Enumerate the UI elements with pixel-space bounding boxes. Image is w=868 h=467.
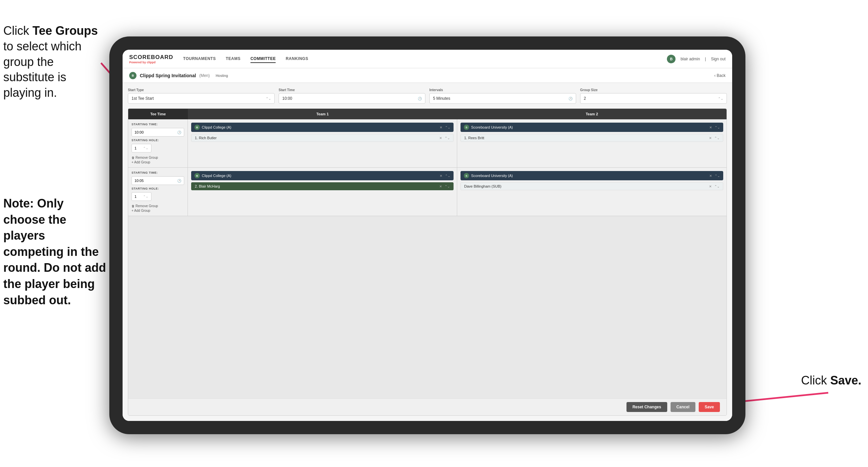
expand-icon[interactable]: ⌃⌄	[444, 136, 450, 140]
hosting-badge: Hosting	[216, 74, 228, 78]
group2-team2-actions: ✕ ⌃⌄	[709, 174, 720, 178]
logo-scoreboard: SCOREBOARD	[129, 54, 173, 61]
sub-header: B Clippd Spring Invitational (Men) Hosti…	[123, 68, 732, 83]
close-icon[interactable]: ✕	[709, 126, 712, 129]
group2-actions: 🗑 Remove Group + Add Group	[131, 204, 184, 212]
group1-team2-card[interactable]: S Scoreboard University (A) ✕ ⌃⌄	[461, 123, 723, 132]
intervals-label: Intervals	[429, 88, 576, 92]
close-icon[interactable]: ✕	[439, 136, 442, 140]
save-button[interactable]: Save	[699, 402, 720, 412]
group1-team2-name: Scoreboard University (A)	[471, 125, 513, 129]
group1-team1-left: B Clippd College (A)	[194, 125, 231, 130]
col-team1: Team 1	[188, 109, 457, 119]
expand-icon[interactable]: ⌃⌄	[444, 185, 450, 188]
main-content: Start Type 1st Tee Start ⌃⌄ Start Time 1…	[123, 83, 732, 421]
instruction-click-save: Click Save.	[801, 374, 861, 387]
close-icon[interactable]: ✕	[709, 174, 712, 178]
table-row: STARTING TIME: 10:05 🕐 STARTING HOLE: 1 …	[128, 168, 726, 216]
group1-hole-input[interactable]: 1 ⌃⌄	[131, 144, 151, 152]
close-icon[interactable]: ✕	[440, 126, 442, 129]
cancel-button[interactable]: Cancel	[671, 402, 695, 412]
group2-team1-player1[interactable]: 2. Blair McHarg ✕ ⌃⌄	[191, 182, 454, 190]
group1-team1-player1[interactable]: 1. Rich Butler ✕ ⌃⌄	[191, 134, 454, 142]
tournament-gender: (Men)	[199, 73, 210, 78]
sign-out-link[interactable]: Sign out	[711, 57, 725, 61]
admin-label: blair admin	[681, 57, 700, 61]
nav-committee[interactable]: COMMITTEE	[250, 55, 276, 63]
reset-changes-button[interactable]: Reset Changes	[626, 402, 667, 412]
group1-team2-actions: ✕ ⌃⌄	[709, 126, 720, 129]
group1-team2-cell: S Scoreboard University (A) ✕ ⌃⌄ 1. Rees…	[457, 119, 726, 167]
group2-team1-card[interactable]: B Clippd College (A) ✕ ⌃⌄	[191, 171, 454, 180]
trash-icon: 🗑	[131, 156, 134, 159]
start-time-group: Start Time 10:00 🕐	[279, 88, 425, 104]
starting-time-label: STARTING TIME:	[131, 123, 184, 126]
table-header: Tee Time Team 1 Team 2	[128, 109, 726, 119]
remove-group-button[interactable]: 🗑 Remove Group	[131, 156, 184, 159]
nav-items: TOURNAMENTS TEAMS COMMITTEE RANKINGS	[183, 55, 667, 63]
expand-icon[interactable]: ⌃⌄	[445, 174, 450, 178]
group1-time-input[interactable]: 10:00 🕐	[131, 128, 184, 137]
col-team2: Team 2	[457, 109, 726, 119]
expand-icon[interactable]: ⌃⌄	[714, 136, 720, 140]
starting-hole-label: STARTING HOLE:	[131, 139, 184, 142]
logo-area: SCOREBOARD Powered by clippd	[129, 54, 173, 64]
group2-hole-input[interactable]: 1 ⌃⌄	[131, 192, 151, 201]
tournament-name: Clippd Spring Invitational	[140, 73, 196, 78]
remove-group-button[interactable]: 🗑 Remove Group	[131, 204, 184, 208]
close-icon[interactable]: ✕	[709, 185, 712, 188]
trash-icon: 🗑	[131, 204, 134, 208]
nav-tournaments[interactable]: TOURNAMENTS	[183, 55, 216, 63]
instruction-tee-groups: Click Tee Groups to select which group t…	[3, 23, 101, 101]
close-icon[interactable]: ✕	[440, 174, 442, 178]
navbar: SCOREBOARD Powered by clippd TOURNAMENTS…	[123, 50, 732, 68]
nav-teams[interactable]: TEAMS	[226, 55, 241, 63]
nav-separator: |	[705, 57, 706, 61]
sub-header-left: B Clippd Spring Invitational (Men) Hosti…	[129, 72, 714, 79]
add-group-button[interactable]: + Add Group	[131, 160, 184, 164]
admin-avatar: B	[667, 55, 676, 63]
nav-rankings[interactable]: RANKINGS	[286, 55, 308, 63]
table-body: STARTING TIME: 10:00 🕐 STARTING HOLE: 1 …	[128, 119, 726, 399]
start-time-input[interactable]: 10:00 🕐	[279, 93, 425, 104]
tablet-screen: SCOREBOARD Powered by clippd TOURNAMENTS…	[123, 50, 732, 421]
group2-time-input[interactable]: 10:05 🕐	[131, 176, 184, 185]
instruction-note: Note: Only choose the players competing …	[3, 196, 108, 308]
close-icon[interactable]: ✕	[439, 185, 442, 188]
group1-team2-player1[interactable]: 1. Rees Britt ✕ ⌃⌄	[461, 134, 723, 142]
group2-left: STARTING TIME: 10:05 🕐 STARTING HOLE: 1 …	[128, 168, 188, 216]
back-button[interactable]: ‹ Back	[714, 73, 725, 78]
logo-powered: Powered by clippd	[129, 61, 173, 64]
sub-avatar: B	[129, 72, 136, 79]
expand-icon[interactable]: ⌃⌄	[715, 126, 720, 129]
player-name: Dave Billingham (SUB)	[464, 184, 501, 188]
group2-team1-left: B Clippd College (A)	[194, 173, 231, 178]
group1-team1-card[interactable]: B Clippd College (A) ✕ ⌃⌄	[191, 123, 454, 132]
expand-icon[interactable]: ⌃⌄	[715, 174, 720, 178]
player-actions: ✕ ⌃⌄	[709, 185, 720, 188]
starting-time-label: STARTING TIME:	[131, 171, 184, 174]
intervals-input[interactable]: 5 Minutes 🕐	[429, 93, 576, 104]
bottom-bar: Reset Changes Cancel Save	[128, 399, 726, 415]
player-actions: ✕ ⌃⌄	[709, 136, 720, 140]
group2-team2-left: S Scoreboard University (A)	[464, 173, 513, 178]
start-type-input[interactable]: 1st Tee Start ⌃⌄	[128, 93, 275, 104]
group1-team2-badge: S	[464, 125, 469, 130]
group1-team1-actions: ✕ ⌃⌄	[440, 126, 450, 129]
player-name: 1. Rees Britt	[464, 136, 484, 140]
group-size-input[interactable]: 2 ⌃⌄	[580, 93, 727, 104]
group2-team2-player1[interactable]: Dave Billingham (SUB) ✕ ⌃⌄	[461, 182, 723, 190]
group1-team2-left: S Scoreboard University (A)	[464, 125, 513, 130]
group2-team1-badge: B	[194, 173, 200, 178]
group1-team1-cell: B Clippd College (A) ✕ ⌃⌄ 1. Rich Butler	[188, 119, 457, 167]
group2-team2-name: Scoreboard University (A)	[471, 174, 513, 178]
expand-icon[interactable]: ⌃⌄	[445, 126, 450, 129]
group-size-group: Group Size 2 ⌃⌄	[580, 88, 727, 104]
add-group-button[interactable]: + Add Group	[131, 209, 184, 212]
player-name: 1. Rich Butler	[195, 136, 217, 140]
expand-icon[interactable]: ⌃⌄	[714, 185, 720, 188]
col-tee-time: Tee Time	[128, 109, 188, 119]
close-icon[interactable]: ✕	[709, 136, 712, 140]
group2-team2-card[interactable]: S Scoreboard University (A) ✕ ⌃⌄	[461, 171, 723, 180]
group2-team1-cell: B Clippd College (A) ✕ ⌃⌄ 2. Blair McHar…	[188, 168, 457, 216]
